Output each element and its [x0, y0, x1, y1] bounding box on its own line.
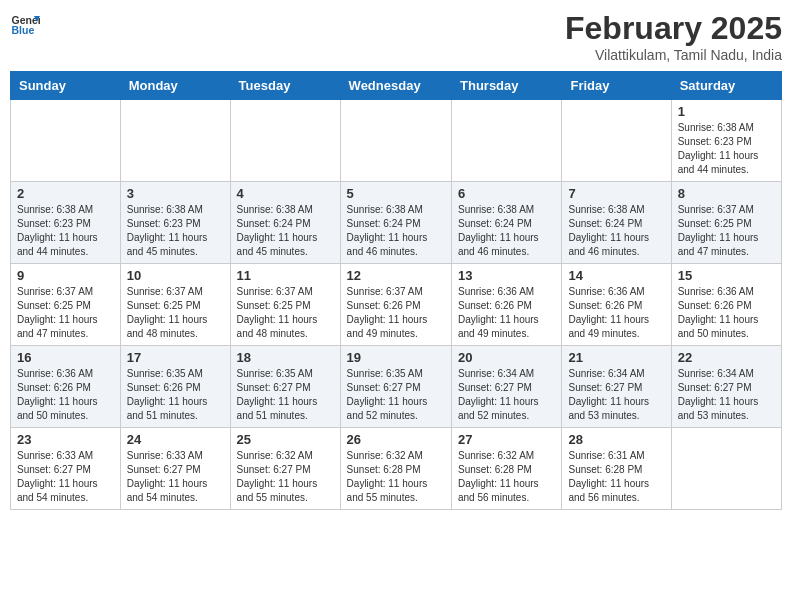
calendar-cell: 6 Sunrise: 6:38 AM Sunset: 6:24 PM Dayli… [452, 182, 562, 264]
day-number: 9 [17, 268, 114, 283]
day-number: 28 [568, 432, 664, 447]
day-info: Sunrise: 6:38 AM Sunset: 6:23 PM Dayligh… [127, 203, 224, 259]
day-number: 21 [568, 350, 664, 365]
day-number: 1 [678, 104, 775, 119]
day-info: Sunrise: 6:38 AM Sunset: 6:23 PM Dayligh… [678, 121, 775, 177]
calendar-week-row: 9 Sunrise: 6:37 AM Sunset: 6:25 PM Dayli… [11, 264, 782, 346]
day-info: Sunrise: 6:38 AM Sunset: 6:23 PM Dayligh… [17, 203, 114, 259]
day-info: Sunrise: 6:35 AM Sunset: 6:27 PM Dayligh… [347, 367, 445, 423]
day-info: Sunrise: 6:35 AM Sunset: 6:27 PM Dayligh… [237, 367, 334, 423]
day-info: Sunrise: 6:36 AM Sunset: 6:26 PM Dayligh… [17, 367, 114, 423]
calendar-week-row: 2 Sunrise: 6:38 AM Sunset: 6:23 PM Dayli… [11, 182, 782, 264]
calendar-cell: 18 Sunrise: 6:35 AM Sunset: 6:27 PM Dayl… [230, 346, 340, 428]
calendar-cell: 23 Sunrise: 6:33 AM Sunset: 6:27 PM Dayl… [11, 428, 121, 510]
day-info: Sunrise: 6:36 AM Sunset: 6:26 PM Dayligh… [678, 285, 775, 341]
day-info: Sunrise: 6:36 AM Sunset: 6:26 PM Dayligh… [458, 285, 555, 341]
calendar-cell: 8 Sunrise: 6:37 AM Sunset: 6:25 PM Dayli… [671, 182, 781, 264]
page-header: General Blue February 2025 Vilattikulam,… [10, 10, 782, 63]
calendar-cell [562, 100, 671, 182]
weekday-header: Monday [120, 72, 230, 100]
calendar-cell: 27 Sunrise: 6:32 AM Sunset: 6:28 PM Dayl… [452, 428, 562, 510]
title-section: February 2025 Vilattikulam, Tamil Nadu, … [565, 10, 782, 63]
calendar-cell: 1 Sunrise: 6:38 AM Sunset: 6:23 PM Dayli… [671, 100, 781, 182]
calendar-cell: 10 Sunrise: 6:37 AM Sunset: 6:25 PM Dayl… [120, 264, 230, 346]
day-number: 18 [237, 350, 334, 365]
calendar-cell: 5 Sunrise: 6:38 AM Sunset: 6:24 PM Dayli… [340, 182, 451, 264]
day-number: 23 [17, 432, 114, 447]
calendar-cell [452, 100, 562, 182]
calendar-cell: 9 Sunrise: 6:37 AM Sunset: 6:25 PM Dayli… [11, 264, 121, 346]
day-number: 26 [347, 432, 445, 447]
weekday-header: Friday [562, 72, 671, 100]
day-info: Sunrise: 6:32 AM Sunset: 6:27 PM Dayligh… [237, 449, 334, 505]
calendar-cell [230, 100, 340, 182]
day-number: 16 [17, 350, 114, 365]
day-info: Sunrise: 6:37 AM Sunset: 6:25 PM Dayligh… [127, 285, 224, 341]
weekday-header: Tuesday [230, 72, 340, 100]
day-info: Sunrise: 6:38 AM Sunset: 6:24 PM Dayligh… [237, 203, 334, 259]
day-info: Sunrise: 6:38 AM Sunset: 6:24 PM Dayligh… [458, 203, 555, 259]
day-number: 20 [458, 350, 555, 365]
day-number: 5 [347, 186, 445, 201]
weekday-header: Sunday [11, 72, 121, 100]
day-info: Sunrise: 6:34 AM Sunset: 6:27 PM Dayligh… [678, 367, 775, 423]
calendar-cell: 24 Sunrise: 6:33 AM Sunset: 6:27 PM Dayl… [120, 428, 230, 510]
day-number: 15 [678, 268, 775, 283]
calendar-week-row: 23 Sunrise: 6:33 AM Sunset: 6:27 PM Dayl… [11, 428, 782, 510]
day-number: 4 [237, 186, 334, 201]
calendar-cell: 25 Sunrise: 6:32 AM Sunset: 6:27 PM Dayl… [230, 428, 340, 510]
day-number: 10 [127, 268, 224, 283]
day-info: Sunrise: 6:38 AM Sunset: 6:24 PM Dayligh… [568, 203, 664, 259]
location-title: Vilattikulam, Tamil Nadu, India [565, 47, 782, 63]
day-info: Sunrise: 6:32 AM Sunset: 6:28 PM Dayligh… [347, 449, 445, 505]
day-info: Sunrise: 6:37 AM Sunset: 6:25 PM Dayligh… [17, 285, 114, 341]
calendar-cell: 21 Sunrise: 6:34 AM Sunset: 6:27 PM Dayl… [562, 346, 671, 428]
month-title: February 2025 [565, 10, 782, 47]
calendar-cell [120, 100, 230, 182]
day-number: 27 [458, 432, 555, 447]
day-number: 25 [237, 432, 334, 447]
day-info: Sunrise: 6:37 AM Sunset: 6:25 PM Dayligh… [237, 285, 334, 341]
day-number: 7 [568, 186, 664, 201]
calendar-cell: 4 Sunrise: 6:38 AM Sunset: 6:24 PM Dayli… [230, 182, 340, 264]
day-info: Sunrise: 6:38 AM Sunset: 6:24 PM Dayligh… [347, 203, 445, 259]
calendar-cell [340, 100, 451, 182]
day-info: Sunrise: 6:34 AM Sunset: 6:27 PM Dayligh… [458, 367, 555, 423]
day-number: 12 [347, 268, 445, 283]
day-number: 17 [127, 350, 224, 365]
calendar-cell [11, 100, 121, 182]
calendar-cell: 28 Sunrise: 6:31 AM Sunset: 6:28 PM Dayl… [562, 428, 671, 510]
weekday-header: Wednesday [340, 72, 451, 100]
calendar-cell: 13 Sunrise: 6:36 AM Sunset: 6:26 PM Dayl… [452, 264, 562, 346]
calendar-cell: 26 Sunrise: 6:32 AM Sunset: 6:28 PM Dayl… [340, 428, 451, 510]
day-info: Sunrise: 6:35 AM Sunset: 6:26 PM Dayligh… [127, 367, 224, 423]
calendar-cell: 12 Sunrise: 6:37 AM Sunset: 6:26 PM Dayl… [340, 264, 451, 346]
day-info: Sunrise: 6:34 AM Sunset: 6:27 PM Dayligh… [568, 367, 664, 423]
calendar-cell: 22 Sunrise: 6:34 AM Sunset: 6:27 PM Dayl… [671, 346, 781, 428]
calendar-table: SundayMondayTuesdayWednesdayThursdayFrid… [10, 71, 782, 510]
day-number: 2 [17, 186, 114, 201]
day-info: Sunrise: 6:32 AM Sunset: 6:28 PM Dayligh… [458, 449, 555, 505]
day-info: Sunrise: 6:33 AM Sunset: 6:27 PM Dayligh… [127, 449, 224, 505]
weekday-header: Thursday [452, 72, 562, 100]
day-number: 22 [678, 350, 775, 365]
calendar-week-row: 1 Sunrise: 6:38 AM Sunset: 6:23 PM Dayli… [11, 100, 782, 182]
day-info: Sunrise: 6:37 AM Sunset: 6:25 PM Dayligh… [678, 203, 775, 259]
day-number: 24 [127, 432, 224, 447]
calendar-cell: 16 Sunrise: 6:36 AM Sunset: 6:26 PM Dayl… [11, 346, 121, 428]
calendar-cell: 15 Sunrise: 6:36 AM Sunset: 6:26 PM Dayl… [671, 264, 781, 346]
calendar-cell: 11 Sunrise: 6:37 AM Sunset: 6:25 PM Dayl… [230, 264, 340, 346]
calendar-cell: 20 Sunrise: 6:34 AM Sunset: 6:27 PM Dayl… [452, 346, 562, 428]
calendar-cell: 19 Sunrise: 6:35 AM Sunset: 6:27 PM Dayl… [340, 346, 451, 428]
logo-icon: General Blue [10, 10, 40, 40]
calendar-cell: 14 Sunrise: 6:36 AM Sunset: 6:26 PM Dayl… [562, 264, 671, 346]
logo: General Blue [10, 10, 40, 40]
day-number: 14 [568, 268, 664, 283]
svg-text:Blue: Blue [12, 24, 35, 36]
day-number: 6 [458, 186, 555, 201]
calendar-week-row: 16 Sunrise: 6:36 AM Sunset: 6:26 PM Dayl… [11, 346, 782, 428]
calendar-cell: 17 Sunrise: 6:35 AM Sunset: 6:26 PM Dayl… [120, 346, 230, 428]
day-info: Sunrise: 6:37 AM Sunset: 6:26 PM Dayligh… [347, 285, 445, 341]
day-info: Sunrise: 6:33 AM Sunset: 6:27 PM Dayligh… [17, 449, 114, 505]
day-info: Sunrise: 6:36 AM Sunset: 6:26 PM Dayligh… [568, 285, 664, 341]
